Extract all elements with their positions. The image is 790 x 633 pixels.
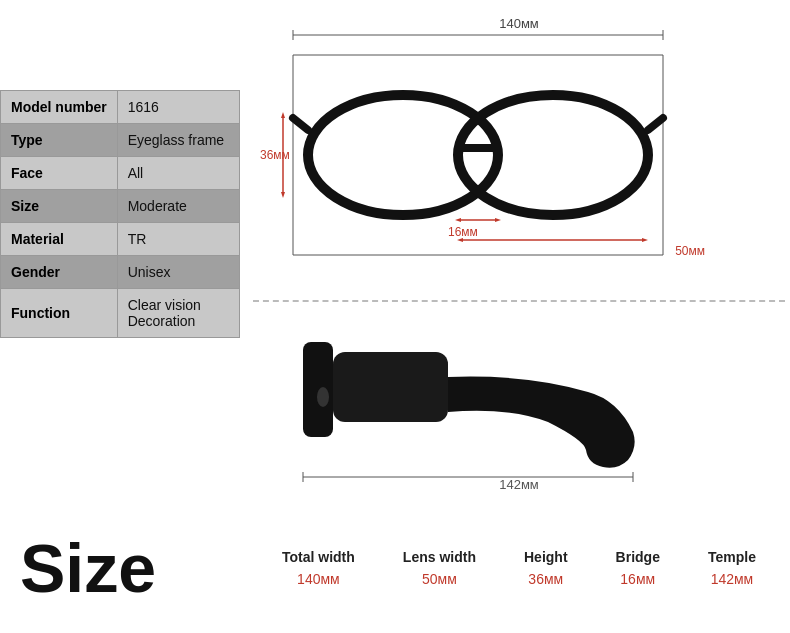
spec-table: Model number1616TypeEyeglass frameFaceAl… <box>0 90 240 338</box>
spec-label: Model number <box>1 91 118 124</box>
height-dim-label: 36мм <box>260 148 290 162</box>
size-spec-value: 50мм <box>422 571 457 587</box>
svg-marker-14 <box>281 192 285 198</box>
diagram-svg-side <box>248 302 790 502</box>
bridge-dim-label: 16мм <box>448 225 478 239</box>
size-specs: Total width140ммLens width50ммHeight36мм… <box>248 503 790 633</box>
size-word: Size <box>20 534 156 602</box>
spec-label: Type <box>1 124 118 157</box>
spec-label: Material <box>1 223 118 256</box>
spec-row: FunctionClear vision Decoration <box>1 289 240 338</box>
spec-row: Model number1616 <box>1 91 240 124</box>
spec-value: 1616 <box>117 91 239 124</box>
spec-value: Clear vision Decoration <box>117 289 239 338</box>
diagram-top: 140мм <box>248 0 790 300</box>
size-word-container: Size <box>0 503 248 633</box>
svg-point-7 <box>308 95 498 215</box>
size-spec-header: Total width <box>282 549 355 565</box>
bottom-strip: Size Total width140ммLens width50ммHeigh… <box>0 503 790 633</box>
spec-value: Unisex <box>117 256 239 289</box>
spec-row: MaterialTR <box>1 223 240 256</box>
svg-marker-13 <box>281 112 285 118</box>
svg-rect-21 <box>303 342 333 437</box>
size-spec-header: Temple <box>708 549 756 565</box>
size-spec-value: 142мм <box>711 571 754 587</box>
svg-point-23 <box>317 387 329 407</box>
spec-row: SizeModerate <box>1 190 240 223</box>
spec-row: FaceAll <box>1 157 240 190</box>
svg-marker-20 <box>495 218 501 222</box>
temple-dim-label-side: 142мм <box>499 477 539 492</box>
size-spec-header: Bridge <box>616 549 660 565</box>
total-width-dim-label: 140мм <box>499 16 539 31</box>
svg-line-10 <box>293 118 308 130</box>
diagram-svg-front <box>248 0 790 300</box>
size-spec-header: Lens width <box>403 549 476 565</box>
spec-row: GenderUnisex <box>1 256 240 289</box>
diagram-bottom: 142мм <box>248 302 790 502</box>
size-spec-col: Total width140мм <box>282 549 355 587</box>
spec-label: Gender <box>1 256 118 289</box>
size-spec-header: Height <box>524 549 568 565</box>
svg-line-11 <box>648 118 663 130</box>
spec-value: All <box>117 157 239 190</box>
svg-marker-17 <box>642 238 648 242</box>
spec-row: TypeEyeglass frame <box>1 124 240 157</box>
size-spec-value: 16мм <box>620 571 655 587</box>
spec-label: Size <box>1 190 118 223</box>
spec-label: Function <box>1 289 118 338</box>
svg-rect-22 <box>333 352 448 422</box>
size-spec-value: 140мм <box>297 571 340 587</box>
lens-width-dim-label: 50мм <box>675 244 705 258</box>
size-spec-col: Lens width50мм <box>403 549 476 587</box>
spec-label: Face <box>1 157 118 190</box>
spec-value: Moderate <box>117 190 239 223</box>
size-spec-col: Temple142мм <box>708 549 756 587</box>
size-spec-value: 36мм <box>528 571 563 587</box>
size-spec-col: Bridge16мм <box>616 549 660 587</box>
svg-point-8 <box>458 95 648 215</box>
svg-marker-19 <box>455 218 461 222</box>
size-spec-col: Height36мм <box>524 549 568 587</box>
spec-value: TR <box>117 223 239 256</box>
spec-value: Eyeglass frame <box>117 124 239 157</box>
